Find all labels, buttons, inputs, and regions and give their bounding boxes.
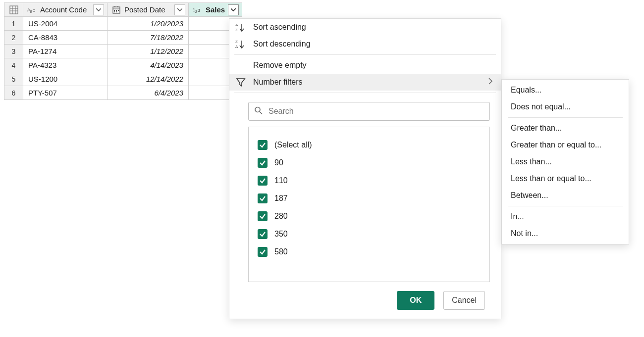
checkbox-checked-icon bbox=[258, 193, 268, 203]
row-number[interactable]: 3 bbox=[4, 45, 23, 58]
cancel-button[interactable]: Cancel bbox=[443, 291, 485, 310]
sort-desc-icon: ZA bbox=[234, 39, 247, 49]
checkbox-checked-icon bbox=[258, 229, 268, 239]
less-than-item[interactable]: Less than... bbox=[502, 153, 629, 170]
column-header-account-code[interactable]: ABC Account Code bbox=[23, 3, 107, 17]
does-not-equal-item[interactable]: Does not equal... bbox=[502, 98, 629, 115]
filter-value-checkbox[interactable]: 350 bbox=[258, 225, 489, 243]
filter-search-input[interactable] bbox=[248, 102, 490, 121]
checkbox-checked-icon bbox=[258, 158, 268, 168]
select-all-checkbox[interactable]: (Select all) bbox=[258, 136, 489, 154]
checkbox-checked-icon bbox=[258, 176, 268, 186]
menu-separator bbox=[508, 117, 623, 118]
text-type-icon: ABC bbox=[27, 5, 37, 15]
number-filters-submenu: Equals... Does not equal... Greater than… bbox=[501, 79, 629, 244]
cell-account-code[interactable]: US-2004 bbox=[23, 17, 107, 31]
svg-text:2: 2 bbox=[195, 9, 197, 13]
column-label: Sales bbox=[206, 5, 225, 14]
svg-rect-12 bbox=[114, 10, 115, 11]
svg-text:A: A bbox=[235, 23, 238, 27]
row-number[interactable]: 6 bbox=[4, 86, 23, 100]
filter-value-checkbox[interactable]: 110 bbox=[258, 172, 489, 190]
column-filter-button[interactable] bbox=[93, 4, 104, 15]
row-number[interactable]: 4 bbox=[4, 58, 23, 72]
filter-value-checkbox[interactable]: 187 bbox=[258, 190, 489, 207]
equals-item[interactable]: Equals... bbox=[502, 82, 629, 98]
cell-posted-date[interactable]: 4/14/2023 bbox=[107, 58, 189, 72]
sort-asc-icon: AZ bbox=[234, 22, 247, 32]
menu-label: Remove empty bbox=[253, 61, 493, 70]
cell-posted-date[interactable]: 1/20/2023 bbox=[107, 17, 189, 31]
checkbox-label: (Select all) bbox=[274, 141, 312, 149]
checkbox-label: 90 bbox=[274, 158, 283, 167]
row-number[interactable]: 2 bbox=[4, 31, 23, 45]
cell-account-code[interactable]: CA-8843 bbox=[23, 31, 107, 45]
svg-text:Z: Z bbox=[235, 40, 238, 44]
menu-label: Sort descending bbox=[253, 40, 493, 48]
cell-account-code[interactable]: PA-1274 bbox=[23, 45, 107, 58]
number-filters-item[interactable]: Number filters bbox=[229, 74, 501, 91]
filter-value-checkbox[interactable]: 90 bbox=[258, 154, 489, 172]
sort-ascending-item[interactable]: AZ Sort ascending bbox=[229, 19, 501, 36]
cell-posted-date[interactable]: 1/12/2022 bbox=[107, 45, 189, 58]
checkbox-label: 580 bbox=[274, 247, 288, 256]
less-than-or-equal-item[interactable]: Less than or equal to... bbox=[502, 170, 629, 187]
checkbox-checked-icon bbox=[258, 247, 268, 257]
number-type-icon: 123 bbox=[193, 5, 203, 15]
svg-text:3: 3 bbox=[198, 8, 200, 13]
search-icon bbox=[254, 106, 263, 117]
chevron-right-icon bbox=[488, 78, 493, 87]
svg-text:Z: Z bbox=[235, 28, 238, 32]
row-number[interactable]: 5 bbox=[4, 72, 23, 86]
date-type-icon bbox=[111, 5, 121, 15]
menu-separator bbox=[234, 93, 496, 93]
checkbox-checked-icon bbox=[258, 211, 268, 221]
svg-rect-15 bbox=[114, 11, 115, 12]
not-in-item[interactable]: Not in... bbox=[502, 225, 629, 242]
remove-empty-item[interactable]: Remove empty bbox=[229, 57, 501, 74]
filter-values-panel: (Select all) 90 110 187 280 350 580 bbox=[248, 127, 490, 282]
cell-account-code[interactable]: US-1200 bbox=[23, 72, 107, 86]
checkbox-label: 110 bbox=[274, 176, 288, 185]
menu-label: Sort ascending bbox=[253, 23, 493, 32]
cell-account-code[interactable]: PA-4323 bbox=[23, 58, 107, 72]
menu-separator bbox=[234, 54, 496, 55]
svg-point-26 bbox=[255, 107, 260, 112]
svg-line-27 bbox=[260, 112, 262, 114]
table-icon bbox=[9, 5, 18, 14]
filter-value-checkbox[interactable]: 280 bbox=[258, 207, 489, 225]
filter-value-checkbox[interactable]: 580 bbox=[258, 243, 489, 261]
svg-text:C: C bbox=[33, 8, 36, 13]
column-filter-button[interactable] bbox=[228, 4, 239, 15]
column-header-posted-date[interactable]: Posted Date bbox=[107, 3, 189, 17]
filter-icon bbox=[234, 77, 247, 87]
checkbox-label: 187 bbox=[274, 194, 288, 203]
cell-posted-date[interactable]: 6/4/2023 bbox=[107, 86, 189, 100]
column-label: Posted Date bbox=[124, 5, 165, 14]
greater-than-item[interactable]: Greater than... bbox=[502, 120, 629, 137]
svg-rect-13 bbox=[116, 10, 117, 11]
svg-rect-16 bbox=[116, 11, 117, 12]
svg-rect-14 bbox=[118, 10, 119, 11]
data-grid: ABC Account Code Posted Date bbox=[4, 2, 242, 100]
column-label: Account Code bbox=[40, 5, 87, 14]
checkbox-checked-icon bbox=[258, 140, 268, 150]
menu-separator bbox=[508, 206, 623, 206]
sort-descending-item[interactable]: ZA Sort descending bbox=[229, 36, 501, 52]
ok-button[interactable]: OK bbox=[397, 291, 434, 310]
filter-dropdown-popup: AZ Sort ascending ZA Sort descending Rem… bbox=[229, 18, 501, 319]
row-number[interactable]: 1 bbox=[4, 17, 23, 31]
checkbox-label: 280 bbox=[274, 212, 288, 221]
cell-posted-date[interactable]: 7/18/2022 bbox=[107, 31, 189, 45]
column-filter-button[interactable] bbox=[174, 4, 185, 15]
greater-than-or-equal-item[interactable]: Greater than or equal to... bbox=[502, 137, 629, 153]
table-corner[interactable] bbox=[4, 3, 23, 17]
svg-text:A: A bbox=[235, 45, 238, 49]
menu-label: Number filters bbox=[253, 78, 482, 87]
column-header-sales[interactable]: 123 Sales bbox=[189, 3, 242, 17]
cell-account-code[interactable]: PTY-507 bbox=[23, 86, 107, 100]
between-item[interactable]: Between... bbox=[502, 187, 629, 204]
cell-posted-date[interactable]: 12/14/2022 bbox=[107, 72, 189, 86]
in-item[interactable]: In... bbox=[502, 208, 629, 225]
svg-rect-0 bbox=[10, 6, 18, 14]
